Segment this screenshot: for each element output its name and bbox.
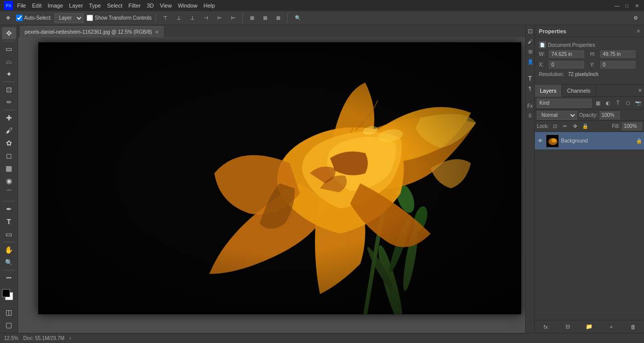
search-icon[interactable]: 🔍 bbox=[292, 13, 304, 23]
left-toolbar: ✥ ▭ ⌓ ✦ ⊡ ✏ ✚ 🖌 ✿ ◻ ▦ ◉ ⌒ ✒ T ▭ ✋ 🔍 ••• … bbox=[0, 25, 18, 333]
align-bottom-icon[interactable]: ⊥ bbox=[187, 13, 198, 23]
blur-tool[interactable]: ◉ bbox=[2, 175, 16, 187]
layout-tool-btn[interactable]: ⊞ bbox=[526, 47, 534, 55]
properties-panel-close[interactable]: ≡ bbox=[637, 28, 640, 34]
color-swatches bbox=[0, 286, 18, 303]
lasso-tool[interactable]: ⌓ bbox=[2, 55, 16, 67]
layers-filter-shape-icon[interactable]: ⬠ bbox=[624, 99, 632, 107]
brush-tool[interactable]: 🖌 bbox=[2, 124, 16, 136]
lock-all-btn[interactable]: 🔒 bbox=[581, 122, 589, 130]
clone-tool[interactable]: ✿ bbox=[2, 137, 16, 149]
hand-tool[interactable]: ✋ bbox=[2, 244, 16, 256]
eyedropper-tool[interactable]: ✏ bbox=[2, 96, 16, 108]
screen-mode-button[interactable]: ▢ bbox=[2, 319, 16, 331]
menu-view[interactable]: View bbox=[160, 3, 172, 9]
layers-kind-filter[interactable] bbox=[537, 99, 592, 108]
menu-filter[interactable]: Filter bbox=[128, 3, 140, 9]
add-mask-btn[interactable]: ⊟ bbox=[563, 322, 572, 331]
distribute-right-icon[interactable]: ⊠ bbox=[273, 13, 283, 23]
tab-layers[interactable]: Layers bbox=[535, 85, 562, 97]
properties-tool-btn[interactable]: ⊡ bbox=[526, 27, 534, 35]
align-top-icon[interactable]: ⊤ bbox=[160, 13, 171, 23]
tool-separator-5 bbox=[3, 242, 15, 242]
person-tool-btn[interactable]: 👤 bbox=[526, 57, 534, 65]
gradient-tool[interactable]: ▦ bbox=[2, 162, 16, 174]
quick-select-tool[interactable]: ✦ bbox=[2, 68, 16, 80]
show-transform-checkbox[interactable] bbox=[87, 15, 93, 21]
doc-info-arrow[interactable]: › bbox=[69, 335, 71, 341]
width-value: 74.625 in bbox=[549, 50, 584, 58]
zoom-tool[interactable]: 🔍 bbox=[2, 256, 16, 268]
blend-mode-select[interactable]: Normal Multiply Screen bbox=[537, 111, 577, 120]
maximize-button[interactable]: □ bbox=[624, 3, 630, 9]
close-button[interactable]: ✕ bbox=[634, 3, 640, 9]
distribute-center-icon[interactable]: ⊠ bbox=[260, 13, 270, 23]
heal-tool[interactable]: ✚ bbox=[2, 112, 16, 124]
auto-select-checkbox-label: Auto-Select: bbox=[16, 15, 51, 21]
layers-filter-smart-icon[interactable]: 📷 bbox=[634, 99, 642, 107]
new-group-btn[interactable]: 📁 bbox=[585, 322, 594, 331]
menu-image[interactable]: Image bbox=[48, 3, 63, 9]
resolution-label: Resolution: bbox=[539, 72, 564, 77]
dodge-tool[interactable]: ⌒ bbox=[2, 187, 16, 199]
tab-channels[interactable]: Channels bbox=[562, 85, 596, 97]
pen-tool[interactable]: ✒ bbox=[2, 203, 16, 215]
menu-help[interactable]: Help bbox=[204, 3, 215, 9]
crop-tool[interactable]: ⊡ bbox=[2, 84, 16, 96]
properties-content: 📄 Document Properties W: 74.625 in H: 49… bbox=[535, 37, 644, 84]
lock-image-btn[interactable]: ✏ bbox=[561, 122, 569, 130]
layers-footer: fx ⊟ 📁 + 🗑 bbox=[535, 320, 644, 333]
marquee-tool[interactable]: ▭ bbox=[2, 43, 16, 55]
move-tool[interactable]: ✥ bbox=[2, 27, 16, 39]
align-right-icon[interactable]: ⊢ bbox=[228, 13, 238, 23]
lock-transparent-btn[interactable]: ⊡ bbox=[551, 122, 559, 130]
layer-visibility-toggle[interactable]: 👁 bbox=[537, 138, 544, 145]
align-horizontal-icon[interactable]: ⊢ bbox=[214, 13, 225, 23]
fx-tool-btn[interactable]: Fx bbox=[526, 102, 534, 110]
menu-edit[interactable]: Edit bbox=[32, 3, 42, 9]
menu-window[interactable]: Window bbox=[178, 3, 197, 9]
quick-mask-button[interactable]: ◫ bbox=[2, 306, 16, 318]
layers-filter-type-icon[interactable]: T bbox=[614, 99, 622, 107]
lock-position-btn[interactable]: ✥ bbox=[571, 122, 579, 130]
delete-layer-btn[interactable]: 🗑 bbox=[628, 322, 637, 331]
menu-file[interactable]: File bbox=[17, 3, 26, 9]
foreground-color-swatch[interactable] bbox=[2, 289, 10, 297]
tab-bar: pexels-daniel-nettesheim-1162361.jpg @ 1… bbox=[18, 25, 525, 37]
align-left-icon[interactable]: ⊣ bbox=[201, 13, 211, 23]
menu-3d[interactable]: 3D bbox=[147, 3, 154, 9]
shape-tool[interactable]: ▭ bbox=[2, 228, 16, 240]
type-tool-btn[interactable]: T bbox=[526, 75, 534, 83]
type-tool[interactable]: T bbox=[2, 216, 16, 228]
minimize-button[interactable]: — bbox=[614, 3, 620, 9]
canvas-scroll[interactable] bbox=[18, 37, 525, 333]
more-tools[interactable]: ••• bbox=[2, 271, 16, 284]
tool-separator-4 bbox=[3, 201, 15, 201]
layers-list: 👁 Background 🔒 bbox=[535, 132, 644, 320]
layers-filter-pixel-icon[interactable]: ▦ bbox=[594, 99, 602, 107]
fill-input[interactable] bbox=[622, 122, 642, 130]
menu-select[interactable]: Select bbox=[107, 3, 123, 9]
layers-panel-close-btn[interactable]: ✕ bbox=[638, 88, 642, 93]
zoom-level: 12.5% bbox=[4, 335, 18, 341]
tab-close-icon[interactable]: ✕ bbox=[155, 30, 159, 35]
layer-item-background[interactable]: 👁 Background 🔒 bbox=[535, 132, 644, 150]
opacity-input[interactable] bbox=[600, 111, 620, 119]
eraser-tool[interactable]: ◻ bbox=[2, 150, 16, 162]
layer-select[interactable]: Layer Group bbox=[54, 13, 84, 23]
new-layer-btn[interactable]: + bbox=[607, 322, 616, 331]
layers-filter-adj-icon[interactable]: ◐ bbox=[604, 99, 612, 107]
new-fill-layer-btn[interactable]: fx bbox=[541, 322, 550, 331]
doc-properties-section: 📄 Document Properties bbox=[539, 41, 640, 48]
align-vertical-icon[interactable]: ⊥ bbox=[174, 13, 184, 23]
menu-type[interactable]: Type bbox=[89, 3, 101, 9]
distribute-left-icon[interactable]: ⊠ bbox=[247, 13, 257, 23]
settings-icon[interactable]: ⚙ bbox=[630, 13, 641, 23]
paragraph-tool-btn[interactable]: ¶ bbox=[526, 85, 534, 93]
adjustment-tool-btn[interactable]: 🖌 bbox=[526, 37, 534, 45]
history-tool-btn[interactable]: ⧖ bbox=[526, 112, 534, 120]
height-label: H: bbox=[590, 51, 598, 57]
auto-select-checkbox[interactable] bbox=[16, 15, 23, 21]
menu-layer[interactable]: Layer bbox=[69, 3, 83, 9]
document-tab[interactable]: pexels-daniel-nettesheim-1162361.jpg @ 1… bbox=[20, 26, 164, 37]
